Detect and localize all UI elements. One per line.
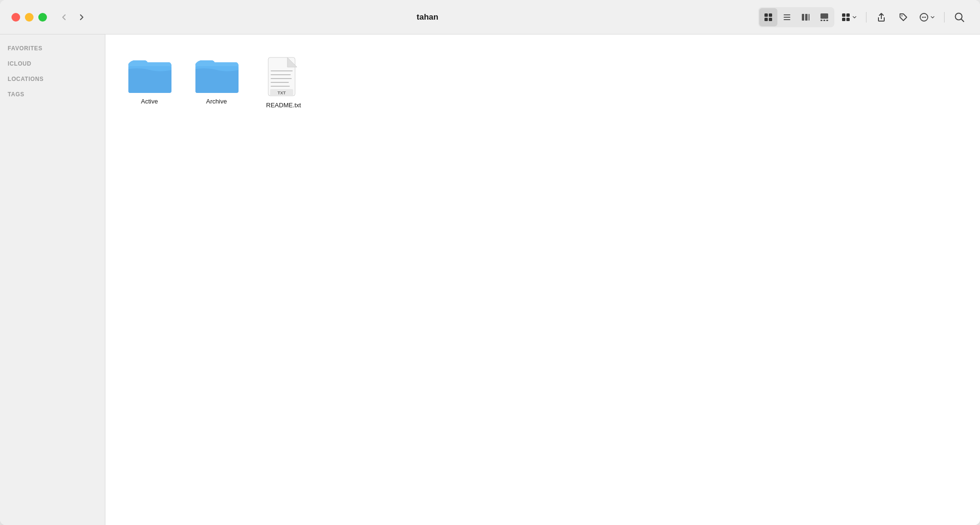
file-item-active[interactable]: Active	[121, 50, 178, 115]
svg-text:TXT: TXT	[278, 91, 286, 95]
group-button[interactable]	[838, 8, 860, 26]
toolbar-right	[758, 7, 969, 27]
svg-point-18	[901, 15, 902, 16]
file-name-readme: README.txt	[266, 102, 301, 110]
file-grid: Active Archive	[121, 50, 965, 115]
svg-rect-2	[764, 18, 768, 21]
gallery-view-button[interactable]	[815, 8, 833, 26]
nav-buttons	[57, 10, 89, 25]
window-title: tahan	[97, 12, 758, 22]
svg-rect-0	[764, 13, 768, 17]
toolbar-separator-2	[944, 12, 945, 23]
file-item-archive[interactable]: Archive	[188, 50, 245, 115]
svg-rect-9	[809, 14, 809, 21]
svg-point-21	[923, 16, 924, 17]
back-button[interactable]	[57, 10, 72, 25]
file-area: Active Archive	[105, 34, 980, 525]
toolbar-separator-1	[866, 12, 866, 23]
txt-file-icon: TXT	[266, 56, 301, 98]
search-button[interactable]	[950, 8, 969, 26]
content-area: Favorites iCloud Locations Tags	[0, 34, 980, 525]
file-name-archive: Archive	[206, 98, 227, 106]
sidebar: Favorites iCloud Locations Tags	[0, 34, 105, 525]
svg-rect-17	[846, 18, 850, 21]
share-button[interactable]	[872, 8, 890, 26]
column-view-button[interactable]	[797, 8, 815, 26]
maximize-button[interactable]	[38, 13, 47, 22]
sidebar-section-locations: Locations	[0, 73, 105, 84]
finder-window: tahan	[0, 0, 980, 525]
svg-rect-16	[842, 18, 845, 21]
view-group	[758, 7, 834, 27]
svg-rect-10	[820, 13, 828, 19]
sidebar-header-icloud: iCloud	[0, 57, 105, 69]
sidebar-header-locations: Locations	[0, 73, 105, 84]
sidebar-section-icloud: iCloud	[0, 57, 105, 69]
svg-rect-14	[842, 13, 845, 17]
close-button[interactable]	[11, 13, 20, 22]
minimize-button[interactable]	[25, 13, 34, 22]
sidebar-header-tags: Tags	[0, 88, 105, 100]
svg-rect-8	[805, 14, 808, 21]
svg-point-22	[925, 16, 926, 17]
svg-line-24	[961, 19, 964, 22]
sidebar-section-favorites: Favorites	[0, 42, 105, 54]
folder-icon-active	[126, 56, 172, 94]
svg-rect-12	[823, 20, 825, 21]
titlebar: tahan	[0, 0, 980, 34]
icon-view-button[interactable]	[759, 8, 777, 26]
svg-rect-1	[769, 13, 772, 17]
file-name-active: Active	[141, 98, 158, 106]
file-item-readme[interactable]: TXT README.txt	[255, 50, 312, 115]
more-button[interactable]	[916, 8, 938, 26]
svg-rect-13	[826, 20, 828, 21]
folder-icon-archive	[194, 56, 239, 94]
svg-rect-3	[769, 18, 772, 21]
svg-rect-7	[802, 14, 804, 21]
sidebar-header-favorites: Favorites	[0, 42, 105, 54]
svg-rect-11	[820, 20, 822, 21]
sidebar-section-tags: Tags	[0, 88, 105, 100]
forward-button[interactable]	[74, 10, 89, 25]
tag-button[interactable]	[894, 8, 912, 26]
list-view-button[interactable]	[778, 8, 796, 26]
svg-point-20	[922, 16, 923, 17]
traffic-lights	[11, 13, 47, 22]
svg-rect-15	[846, 13, 850, 17]
